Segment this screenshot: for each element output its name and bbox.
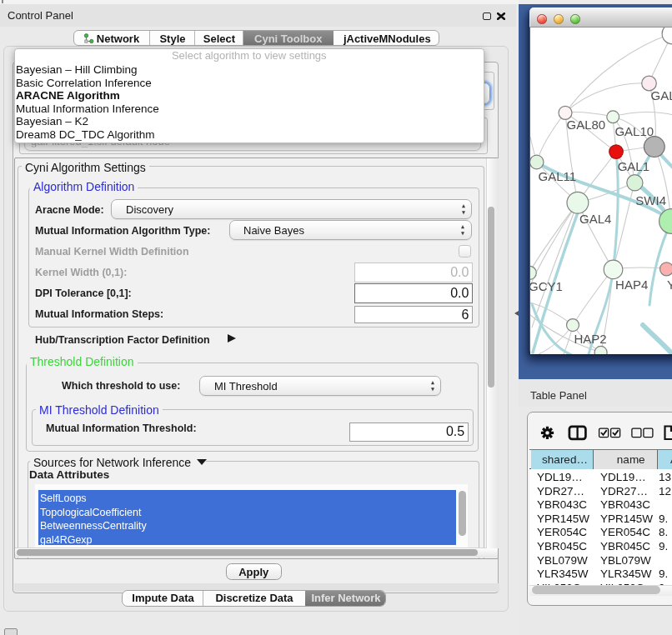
svg-text:YJR048W: YJR048W [667, 277, 672, 291]
svg-text:GAL2: GAL2 [650, 88, 672, 102]
svg-text:GAL4: GAL4 [579, 211, 611, 225]
svg-text:HAP4: HAP4 [615, 277, 648, 291]
svg-text:GAL11: GAL11 [538, 168, 576, 182]
svg-text:SWI4: SWI4 [635, 192, 666, 207]
svg-text:GAL80: GAL80 [566, 117, 605, 131]
svg-text:HAP2: HAP2 [574, 330, 606, 344]
svg-text:GCY1: GCY1 [530, 278, 563, 292]
svg-text:GAL10: GAL10 [614, 123, 654, 138]
svg-text:GAL1: GAL1 [617, 158, 649, 172]
